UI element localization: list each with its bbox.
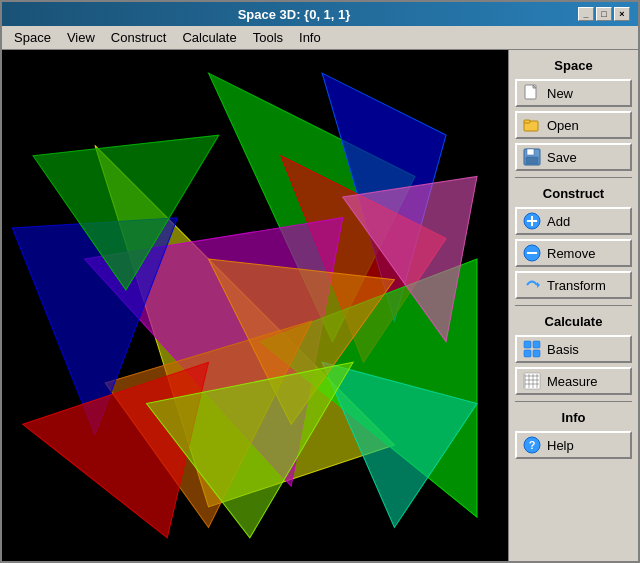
svg-rect-18 <box>524 120 530 123</box>
svg-rect-30 <box>524 350 531 357</box>
svg-rect-29 <box>533 341 540 348</box>
menu-bar: Space View Construct Calculate Tools Inf… <box>2 26 638 50</box>
svg-rect-32 <box>524 373 540 389</box>
transform-icon <box>523 276 541 294</box>
main-content: Space New Open <box>2 50 638 561</box>
divider-1 <box>515 177 632 178</box>
add-button[interactable]: Add <box>515 207 632 235</box>
add-icon <box>523 212 541 230</box>
menu-calculate[interactable]: Calculate <box>174 28 244 47</box>
measure-button[interactable]: Measure <box>515 367 632 395</box>
section-label-calculate: Calculate <box>515 312 632 331</box>
window-controls: _ □ × <box>578 7 630 21</box>
svg-rect-28 <box>524 341 531 348</box>
main-window: Space 3D: {0, 1, 1} _ □ × Space View Con… <box>0 0 640 563</box>
open-button[interactable]: Open <box>515 111 632 139</box>
measure-icon <box>523 372 541 390</box>
transform-button[interactable]: Transform <box>515 271 632 299</box>
menu-construct[interactable]: Construct <box>103 28 175 47</box>
menu-info[interactable]: Info <box>291 28 329 47</box>
sidebar: Space New Open <box>508 50 638 561</box>
section-label-space: Space <box>515 56 632 75</box>
new-label: New <box>547 86 573 101</box>
open-label: Open <box>547 118 579 133</box>
remove-icon <box>523 244 541 262</box>
svg-rect-31 <box>533 350 540 357</box>
svg-rect-20 <box>527 149 534 155</box>
save-icon <box>523 148 541 166</box>
minimize-button[interactable]: _ <box>578 7 594 21</box>
divider-2 <box>515 305 632 306</box>
section-label-construct: Construct <box>515 184 632 203</box>
maximize-button[interactable]: □ <box>596 7 612 21</box>
menu-tools[interactable]: Tools <box>245 28 291 47</box>
help-button[interactable]: ? Help <box>515 431 632 459</box>
svg-marker-27 <box>537 282 540 288</box>
divider-3 <box>515 401 632 402</box>
menu-space[interactable]: Space <box>6 28 59 47</box>
save-label: Save <box>547 150 577 165</box>
menu-view[interactable]: View <box>59 28 103 47</box>
new-icon <box>523 84 541 102</box>
transform-label: Transform <box>547 278 606 293</box>
add-label: Add <box>547 214 570 229</box>
canvas-area[interactable] <box>2 50 508 561</box>
section-label-info: Info <box>515 408 632 427</box>
open-icon <box>523 116 541 134</box>
remove-label: Remove <box>547 246 595 261</box>
basis-button[interactable]: Basis <box>515 335 632 363</box>
3d-canvas[interactable] <box>2 50 508 561</box>
svg-rect-21 <box>526 157 538 164</box>
basis-icon <box>523 340 541 358</box>
save-button[interactable]: Save <box>515 143 632 171</box>
measure-label: Measure <box>547 374 598 389</box>
svg-text:?: ? <box>529 439 536 451</box>
title-bar: Space 3D: {0, 1, 1} _ □ × <box>2 2 638 26</box>
help-icon: ? <box>523 436 541 454</box>
basis-label: Basis <box>547 342 579 357</box>
close-button[interactable]: × <box>614 7 630 21</box>
remove-button[interactable]: Remove <box>515 239 632 267</box>
window-title: Space 3D: {0, 1, 1} <box>10 7 578 22</box>
new-button[interactable]: New <box>515 79 632 107</box>
help-label: Help <box>547 438 574 453</box>
